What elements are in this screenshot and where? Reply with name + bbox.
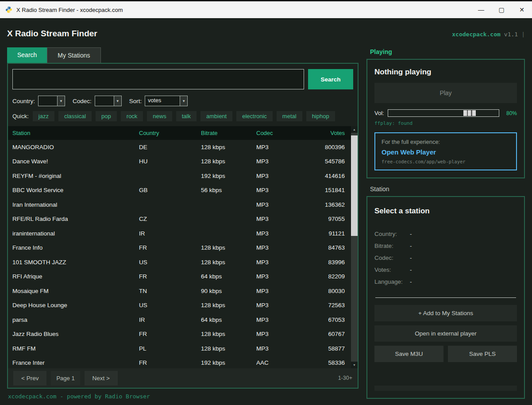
cell-bitrate: 128 kbps — [201, 259, 256, 266]
table-row[interactable]: RFI AfriqueFR64 kbpsMP382209 — [8, 270, 351, 284]
scroll-down-icon[interactable]: ▼ — [351, 362, 358, 368]
table-row[interactable]: REYFM - #original192 kbpsMP3414616 — [8, 169, 351, 183]
codec-select[interactable]: ▼ — [95, 96, 122, 106]
station-field-value: - — [410, 266, 412, 273]
volume-slider[interactable] — [388, 109, 499, 117]
brand-name[interactable]: xcodecpack.com — [452, 31, 501, 38]
cell-votes: 91121 — [313, 230, 347, 237]
next-page-button[interactable]: Next > — [85, 371, 118, 386]
promo-text: For the full experience: — [382, 139, 510, 145]
table-row[interactable]: iraninternationalIRMP391121 — [8, 226, 351, 241]
chevron-down-icon[interactable]: ▼ — [57, 96, 65, 106]
quick-tag-talk[interactable]: talk — [176, 111, 197, 121]
cell-station: Jazz Radio Blues — [12, 331, 139, 337]
quick-tag-pop[interactable]: pop — [96, 111, 117, 121]
play-button[interactable]: Play — [374, 83, 517, 103]
country-select[interactable]: ▼ — [38, 96, 65, 106]
cell-station: RFI Afrique — [12, 273, 139, 280]
station-field-value: - — [410, 243, 412, 249]
quick-tag-jazz[interactable]: jazz — [33, 111, 54, 121]
titlebar: X Radio Stream Finder - xcodecpack.com —… — [0, 1, 532, 18]
cell-bitrate: 64 kbps — [201, 316, 256, 323]
table-row[interactable]: Iran InternationalMP3136362 — [8, 197, 351, 212]
quick-tag-news[interactable]: news — [147, 111, 172, 121]
cell-votes: 72563 — [313, 302, 347, 309]
search-panel: Search Country: ▼ Codec: ▼ Sort — [7, 63, 359, 389]
cell-station: MANGORADIO — [12, 144, 139, 150]
table-row[interactable]: parsaIR64 kbpsMP367053 — [8, 312, 351, 327]
quick-tag-rock[interactable]: rock — [121, 111, 143, 121]
status-bar — [374, 386, 517, 391]
tab-my-stations[interactable]: My Stations — [47, 47, 100, 63]
table-row[interactable]: RMF FMPL128 kbpsMP358877 — [8, 341, 351, 356]
close-icon[interactable]: ✕ — [512, 1, 532, 18]
sort-select-value: votes — [145, 96, 180, 106]
search-button[interactable]: Search — [308, 69, 353, 89]
table-row[interactable]: Jazz Radio BluesFR128 kbpsMP360767 — [8, 327, 351, 342]
save-pls-button[interactable]: Save PLS — [448, 346, 517, 362]
quick-tag-classical[interactable]: classical — [58, 111, 92, 121]
cell-country: IR — [139, 316, 201, 323]
cell-votes: 60767 — [313, 331, 347, 337]
scroll-up-icon[interactable]: ▲ — [351, 126, 358, 133]
table-row[interactable]: France InfoFR128 kbpsMP384763 — [8, 241, 351, 255]
quick-tag-ambient[interactable]: ambient — [200, 111, 232, 121]
station-field-label: Language: — [374, 278, 410, 285]
cell-codec: MP3 — [256, 288, 313, 294]
cell-votes: 800396 — [313, 144, 347, 150]
cell-bitrate: 128 kbps — [201, 345, 256, 352]
minimize-icon[interactable]: — — [471, 1, 491, 18]
scrollbar-thumb[interactable] — [351, 135, 358, 236]
cell-bitrate: 56 kbps — [201, 187, 256, 193]
add-to-my-stations-button[interactable]: + Add to My Stations — [374, 305, 517, 321]
scrollbar-track[interactable] — [351, 133, 358, 362]
footer-text: xcodecpack.com - powered by Radio Browse… — [7, 389, 359, 405]
table-row[interactable]: RFE/RL Radio FardaCZMP397055 — [8, 212, 351, 227]
cell-votes: 97055 — [313, 216, 347, 222]
maximize-icon[interactable]: ▢ — [491, 1, 512, 18]
quick-row: Quick: jazzclassicalpoprocknewstalkambie… — [8, 109, 358, 126]
cell-country: GB — [139, 187, 201, 193]
table-row[interactable]: Mosaique FMTN90 kbpsMP380030 — [8, 284, 351, 298]
open-web-player-link[interactable]: Open Web Player — [382, 148, 510, 156]
cell-country: FR — [139, 244, 201, 251]
cell-country: FR — [139, 331, 201, 337]
window-title: X Radio Stream Finder - xcodecpack.com — [16, 7, 123, 13]
table-row[interactable]: BBC World ServiceGB56 kbpsMP3151841 — [8, 183, 351, 198]
vertical-scrollbar[interactable]: ▲ ▼ — [351, 126, 358, 368]
window-controls: — ▢ ✕ — [471, 1, 532, 18]
sort-select[interactable]: votes ▼ — [145, 96, 188, 106]
column-header-station: Station — [12, 130, 139, 136]
table-row[interactable]: Dance Wave!HU128 kbpsMP3545786 — [8, 154, 351, 169]
cell-country: DE — [139, 144, 201, 150]
table-row[interactable]: 101 SMOOTH JAZZUS128 kbpsMP383996 — [8, 255, 351, 270]
brand-separator: | — [521, 31, 525, 38]
right-column: Playing Nothing playing Play Vol: 80% ff… — [366, 47, 525, 405]
cell-station: France Inter — [12, 359, 139, 366]
open-external-player-button[interactable]: Open in external player — [374, 325, 517, 342]
cell-votes: 84763 — [313, 244, 347, 251]
volume-slider-handle[interactable] — [463, 110, 476, 116]
table-row[interactable]: MANGORADIODE128 kbpsMP3800396 — [8, 140, 351, 154]
cell-votes: 151841 — [313, 187, 347, 193]
table-row[interactable]: France InterFR192 kbpsAAC58336 — [8, 356, 351, 369]
save-m3u-button[interactable]: Save M3U — [374, 346, 443, 362]
cell-station: Dance Wave! — [12, 158, 139, 165]
search-input[interactable] — [12, 69, 304, 89]
quick-tag-hiphop[interactable]: hiphop — [306, 111, 335, 121]
tab-search[interactable]: Search — [7, 47, 47, 63]
chevron-down-icon[interactable]: ▼ — [114, 96, 121, 106]
left-column: Search My Stations Search Country: ▼ — [7, 47, 359, 405]
chevron-down-icon[interactable]: ▼ — [180, 96, 187, 106]
station-field: Codec:- — [374, 255, 517, 261]
cell-codec: MP3 — [256, 316, 313, 323]
station-field: Language:- — [374, 278, 517, 285]
quick-tag-metal[interactable]: metal — [277, 111, 302, 121]
prev-page-button[interactable]: < Prev — [13, 371, 46, 386]
station-table: StationCountryBitrateCodecVotes MANGORAD… — [8, 126, 351, 368]
pagination-bar: < Prev Page 1 Next > 1-30+ — [8, 368, 358, 388]
table-row[interactable]: Deep House LoungeUS128 kbpsMP372563 — [8, 298, 351, 313]
quick-tag-electronic[interactable]: electronic — [236, 111, 273, 121]
cell-bitrate: 90 kbps — [201, 288, 256, 294]
brand: xcodecpack.com v1.1 | — [452, 31, 525, 38]
